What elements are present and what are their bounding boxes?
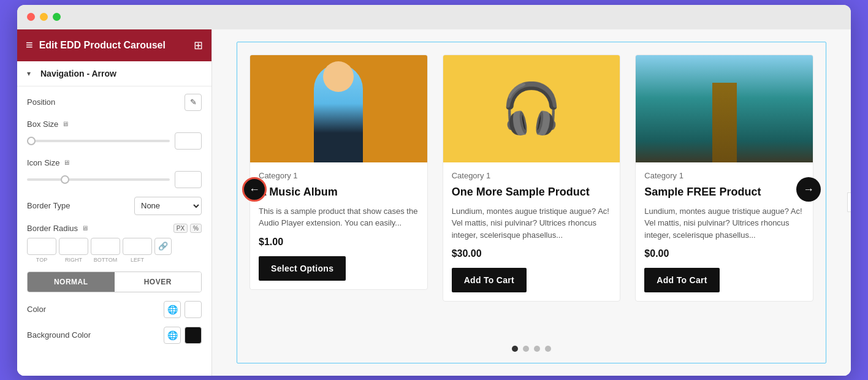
box-size-label: Box Size 🖥 [27, 120, 202, 129]
normal-button[interactable]: NORMAL [28, 272, 115, 292]
position-control: ✎ [101, 94, 202, 111]
color-row: Color 🌐 [27, 301, 202, 318]
product-info-1: Category 1 A Music Album This is a sampl… [250, 162, 427, 289]
sidebar-header: ≡ Edit EDD Product Carousel ⊞ [17, 29, 211, 61]
minimize-dot[interactable] [40, 13, 48, 21]
product-category-2: Category 1 [452, 171, 612, 180]
border-radius-left[interactable] [123, 238, 152, 255]
bg-color-row: Background Color 🌐 [27, 327, 202, 344]
icon-monitor-icon: 🖥 [63, 159, 70, 166]
product-info-3: Category 1 Sample FREE Product Lundium, … [636, 162, 813, 302]
border-type-label: Border Type [27, 201, 134, 210]
product-category-1: Category 1 [259, 171, 419, 180]
product-price-2: $30.00 [452, 248, 612, 259]
section-toggle-icon[interactable]: ▾ [27, 69, 36, 78]
select-options-button[interactable]: Select Options [259, 256, 346, 281]
dot-2[interactable] [523, 346, 529, 352]
product-price-1: $1.00 [259, 237, 419, 248]
product-category-3: Category 1 [644, 171, 804, 180]
product-card-1: Category 1 A Music Album This is a sampl… [249, 55, 428, 290]
app-body: ≡ Edit EDD Product Carousel ⊞ ▾ Navigati… [17, 29, 851, 376]
border-type-row: Border Type None Solid Dashed Dotted [27, 197, 202, 215]
add-to-cart-button-3[interactable]: Add To Cart [644, 268, 719, 292]
nav-arrow-label: Navigation - Arrow [40, 69, 116, 78]
product-image-2: 🎧 [443, 55, 620, 162]
right-sub-label: RIGHT [59, 257, 88, 263]
carousel-wrapper: ← Category 1 A Music Album This is a sam… [212, 29, 851, 376]
border-radius-sub-labels: TOP RIGHT BOTTOM LEFT [27, 257, 202, 263]
br-monitor-icon: 🖥 [82, 224, 88, 232]
carousel-next-button[interactable]: → [796, 177, 821, 202]
add-to-cart-button-2[interactable]: Add To Cart [452, 268, 527, 292]
pct-button[interactable]: % [190, 224, 202, 233]
icon-size-label: Icon Size 🖥 [27, 158, 202, 167]
box-size-slider[interactable] [27, 140, 170, 142]
color-label: Color [27, 305, 164, 314]
close-dot[interactable] [27, 13, 35, 21]
box-size-value[interactable] [175, 132, 202, 150]
dot-1[interactable] [512, 346, 518, 352]
normal-hover-toggle: NORMAL HOVER [27, 272, 202, 292]
border-radius-right[interactable] [59, 238, 88, 255]
product-card-2: 🎧 Category 1 One More Sample Product Lun… [443, 55, 621, 302]
product-card-3: Category 1 Sample FREE Product Lundium, … [635, 55, 813, 302]
carousel-prev-button[interactable]: ← [242, 177, 267, 202]
main-content: ‹ ← Category 1 A Music Album [212, 29, 851, 376]
position-row: Position ✎ [27, 94, 202, 111]
nav-arrow-section: ▾ Navigation - Arrow [17, 61, 211, 86]
titlebar [17, 5, 851, 29]
product-info-2: Category 1 One More Sample Product Lundi… [443, 162, 620, 302]
border-radius-label: Border Radius 🖥 [27, 224, 173, 233]
position-edit-button[interactable]: ✎ [185, 94, 202, 111]
sidebar-form: Position ✎ Box Size 🖥 [17, 86, 211, 376]
icon-size-value[interactable]: 15 [175, 171, 202, 188]
bg-color-controls: 🌐 [164, 327, 202, 344]
position-label: Position [27, 97, 101, 107]
color-swatch[interactable] [185, 301, 202, 318]
bg-color-swatch[interactable] [185, 327, 202, 344]
bottom-sub-label: BOTTOM [91, 257, 120, 263]
product-desc-1: This is a sample product that show cases… [259, 205, 419, 229]
product-desc-3: Lundium, montes augue tristique augue? A… [644, 205, 804, 241]
product-image-1 [250, 55, 427, 162]
product-desc-2: Lundium, montes augue tristique augue? A… [452, 205, 612, 241]
product-title-2: One More Sample Product [452, 185, 612, 199]
border-radius-inputs: 🔗 [27, 238, 202, 255]
app-window: ≡ Edit EDD Product Carousel ⊞ ▾ Navigati… [17, 5, 851, 376]
hover-button[interactable]: HOVER [115, 272, 202, 292]
top-sub-label: TOP [27, 257, 56, 263]
px-button[interactable]: PX [173, 224, 188, 233]
dot-3[interactable] [534, 346, 540, 352]
hamburger-icon[interactable]: ≡ [26, 38, 33, 52]
carousel-border: ← Category 1 A Music Album This is a sam… [237, 42, 826, 363]
product-title-3: Sample FREE Product [644, 185, 804, 199]
monitor-icon: 🖥 [62, 120, 69, 127]
sidebar-collapse-handle[interactable]: ‹ [847, 192, 851, 212]
link-values-button[interactable]: 🔗 [154, 238, 172, 255]
dot-4[interactable] [545, 346, 551, 352]
color-controls: 🌐 [164, 301, 202, 318]
carousel-inner: ← Category 1 A Music Album This is a sam… [237, 42, 826, 337]
carousel-dots [237, 337, 826, 363]
box-size-row: Box Size 🖥 [27, 120, 202, 150]
border-type-select[interactable]: None Solid Dashed Dotted [134, 197, 202, 215]
left-sub-label: LEFT [123, 257, 152, 263]
color-globe-icon[interactable]: 🌐 [164, 301, 181, 318]
icon-size-row: Icon Size 🖥 15 [27, 158, 202, 188]
px-pct-toggle: PX % [173, 224, 202, 233]
sidebar-title: Edit EDD Product Carousel [39, 40, 188, 51]
bg-color-label: Background Color [27, 330, 164, 340]
product-title-1: A Music Album [259, 185, 419, 199]
product-price-3: $0.00 [644, 248, 804, 259]
maximize-dot[interactable] [53, 13, 61, 21]
product-image-3 [636, 55, 813, 162]
grid-icon[interactable]: ⊞ [194, 39, 203, 52]
icon-size-slider[interactable] [27, 178, 170, 181]
sidebar: ≡ Edit EDD Product Carousel ⊞ ▾ Navigati… [17, 29, 212, 376]
bg-color-globe-icon[interactable]: 🌐 [164, 327, 181, 344]
border-radius-bottom[interactable] [91, 238, 120, 255]
border-radius-top[interactable] [27, 238, 56, 255]
border-radius-row: Border Radius 🖥 PX % 🔗 [27, 224, 202, 263]
